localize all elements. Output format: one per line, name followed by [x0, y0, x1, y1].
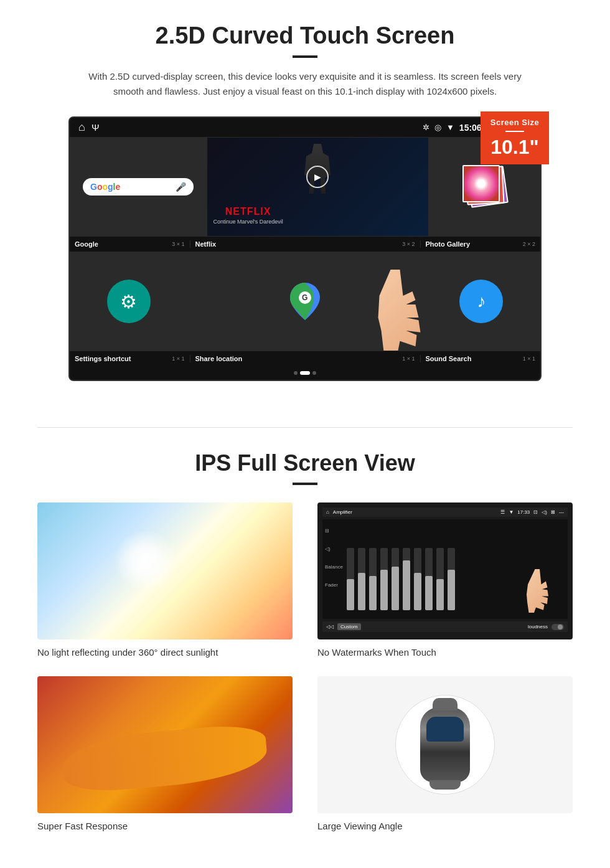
amp-bottom: ◁◁ Custom loudness [322, 621, 568, 632]
amp-loudness-label: loudness [528, 624, 548, 630]
feature-grid: No light reflecting under 360° direct su… [37, 502, 573, 831]
amp-speaker-icon: ◁) [325, 546, 343, 552]
google-search-bar[interactable]: Google 🎤 [83, 178, 194, 196]
sound-icon-bg: ♪ [459, 280, 503, 323]
car-circle [395, 695, 495, 795]
amp-slider-6 [403, 548, 410, 610]
app-label-photo: Photo Gallery 2 × 2 [421, 240, 541, 248]
amp-content: ⊟ ◁) Balance Fader [322, 519, 568, 619]
sunlight-label: No light reflecting under 360° direct su… [37, 647, 293, 658]
amp-eq-icon: ⊟ [325, 528, 343, 534]
share-label-name: Share location [195, 355, 243, 362]
app-cell-google[interactable]: Google 🎤 [70, 137, 207, 237]
app-label-google: Google 3 × 1 [70, 240, 190, 248]
app-cell-sound-search[interactable]: ♪ [423, 252, 541, 351]
status-time: 15:06 [459, 123, 482, 133]
topview-image [317, 676, 573, 813]
feature-cheetah: Super Fast Response [37, 676, 293, 831]
amplifier-label: No Watermarks When Touch [317, 647, 573, 658]
netflix-subtitle: Continue Marvel's Daredevil [214, 219, 283, 225]
photo-label-size: 2 × 2 [523, 241, 535, 247]
topview-label: Large Viewing Angle [317, 821, 573, 831]
google-label-name: Google [75, 240, 98, 248]
amp-balance-label: Balance [325, 564, 343, 570]
feature-sunlight: No light reflecting under 360° direct su… [37, 502, 293, 658]
netflix-label-size: 3 × 2 [402, 241, 415, 247]
amp-slider-2 [358, 548, 365, 610]
amp-header: ⌂ Amplifier ☰ ▼ 17:33 ⊡ ◁) ⊠ — [322, 507, 568, 517]
car-top-view [420, 707, 470, 782]
sound-label-size: 1 × 1 [523, 356, 535, 362]
badge-divider [505, 131, 524, 132]
amp-slider-7 [414, 548, 421, 610]
title-underline [293, 55, 317, 58]
app-label-share: Share location 1 × 1 [190, 355, 421, 362]
amp-menu-icon: ☰ [500, 509, 505, 515]
amp-battery-icon: — [559, 509, 564, 515]
car-hood [433, 698, 458, 710]
feature-topview: Large Viewing Angle [317, 676, 573, 831]
amp-camera-icon: ⊡ [533, 509, 538, 515]
sound-label-name: Sound Search [426, 355, 472, 362]
netflix-logo: NETFLIX [214, 206, 283, 217]
page-dot-2 [300, 371, 310, 375]
app-cell-settings[interactable]: ⚙ [70, 252, 188, 351]
amp-time: 17:33 [517, 509, 530, 515]
settings-icon-bg: ⚙ [107, 280, 151, 323]
netflix-play-button[interactable]: ▶ [306, 166, 329, 188]
google-logo: Google [90, 182, 120, 192]
flower-photo [464, 166, 499, 201]
amp-custom-button[interactable]: Custom [337, 623, 361, 630]
google-maps-icon: G [289, 283, 321, 320]
app-grid-row2: ⚙ G [70, 252, 540, 351]
amp-signal-icon: ⊠ [551, 509, 555, 515]
cheetah-body [61, 722, 269, 795]
amp-back-icon: ◁◁ [326, 624, 334, 630]
amp-home-icon: ⌂ [326, 509, 329, 515]
google-label-size: 3 × 1 [172, 241, 184, 247]
bluetooth-icon: ✲ [423, 123, 429, 132]
amp-volume-icon: ◁) [542, 509, 547, 515]
photo-card-3 [462, 165, 500, 202]
car-window [426, 717, 464, 742]
mic-icon[interactable]: 🎤 [176, 182, 186, 192]
music-note-icon: ♪ [477, 291, 486, 311]
app-labels-row1: Google 3 × 1 Netflix 3 × 2 Photo Gallery… [70, 237, 540, 252]
status-bar: ⌂ Ψ ✲ ◎ ▼ 15:06 ⊡ ◁) ⊠ ▭ [70, 118, 540, 137]
amp-slider-9 [436, 548, 444, 610]
app-cell-share-location[interactable]: G [188, 252, 423, 351]
amp-slider-10 [448, 548, 455, 610]
amp-title: Amplifier [333, 509, 352, 515]
amp-fader-label: Fader [325, 582, 343, 588]
screen-size-badge: Screen Size 10.1" [481, 111, 549, 164]
amp-slider-3 [369, 548, 377, 610]
page-dot-1 [294, 371, 298, 375]
section-curved-screen: 2.5D Curved Touch Screen With 2.5D curve… [0, 0, 610, 402]
settings-label-name: Settings shortcut [75, 355, 131, 362]
page-dot-3 [312, 371, 316, 375]
amp-toggle[interactable] [551, 624, 564, 630]
amp-slider-4 [380, 548, 388, 610]
settings-label-size: 1 × 1 [172, 356, 184, 362]
section1-title: 2.5D Curved Touch Screen [37, 22, 573, 49]
app-cell-netflix[interactable]: ▶ NETFLIX Continue Marvel's Daredevil [207, 137, 429, 237]
amp-wifi-icon: ▼ [509, 509, 514, 515]
app-label-settings: Settings shortcut 1 × 1 [70, 355, 190, 362]
amp-slider-8 [425, 548, 433, 610]
app-label-netflix: Netflix 3 × 2 [190, 240, 421, 248]
badge-size: 10.1" [486, 137, 544, 157]
page-dots [70, 366, 540, 380]
sunlight-image [37, 502, 293, 639]
badge-title: Screen Size [486, 118, 544, 127]
section1-description: With 2.5D curved-display screen, this de… [87, 69, 523, 99]
settings-gear-icon: ⚙ [120, 291, 137, 313]
amplifier-image: ⌂ Amplifier ☰ ▼ 17:33 ⊡ ◁) ⊠ — ⊟ ◁) Bala… [317, 502, 573, 639]
car-trunk [429, 780, 461, 790]
device-wrapper: Screen Size 10.1" ⌂ Ψ ✲ ◎ ▼ 15:06 ⊡ ◁) ⊠… [68, 116, 542, 381]
amp-slider-1 [347, 548, 354, 610]
cheetah-label: Super Fast Response [37, 821, 293, 831]
amp-slider-5 [392, 548, 399, 610]
netflix-label-name: Netflix [195, 240, 217, 248]
section-divider [37, 427, 573, 428]
feature-amplifier: ⌂ Amplifier ☰ ▼ 17:33 ⊡ ◁) ⊠ — ⊟ ◁) Bala… [317, 502, 573, 658]
